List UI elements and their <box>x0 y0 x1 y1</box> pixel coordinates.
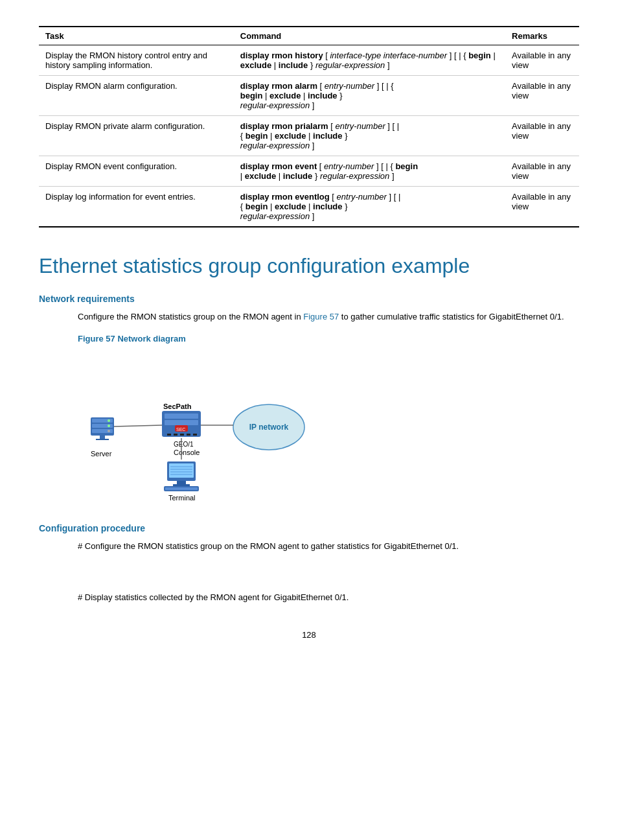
svg-rect-30 <box>165 487 198 490</box>
svg-rect-28 <box>173 484 190 486</box>
server-icon <box>91 417 114 440</box>
console-label: Console <box>174 449 200 456</box>
ip-network-icon: IP network <box>233 404 304 450</box>
figure-title: Figure 57 Network diagram <box>78 334 579 344</box>
secpath-icon: SEC <box>162 411 201 437</box>
network-requirements-body: Configure the RMON statistics group on t… <box>78 310 579 323</box>
remarks-cell: Available in any view <box>505 187 579 228</box>
command-cell: display rmon event [ entry-number ] [ | … <box>234 156 505 187</box>
config-step-1: # Configure the RMON statistics group on… <box>78 540 579 553</box>
page-number: 128 <box>39 630 579 640</box>
config-step-2: # Display statistics collected by the RM… <box>78 591 579 604</box>
network-requirements-section: Network requirements Configure the RMON … <box>39 294 579 504</box>
remarks-cell: Available in any view <box>505 116 579 156</box>
config-procedure-heading: Configuration procedure <box>39 523 579 533</box>
network-diagram: Server SEC SecPath <box>78 353 579 504</box>
table-header-command: Command <box>234 27 505 45</box>
task-cell: Display RMON private alarm configuration… <box>39 116 234 156</box>
body-text-after-link: to gather cumulative traffic statistics … <box>339 312 564 321</box>
task-cell: Display the RMON history control entry a… <box>39 45 234 76</box>
remarks-cell: Available in any view <box>505 156 579 187</box>
command-cell: display rmon eventlog [ entry-number ] [… <box>234 187 505 228</box>
command-cell: display rmon alarm [ entry-number ] [ | … <box>234 76 505 116</box>
geo-label: GEO/1 <box>174 441 194 448</box>
section-title: Ethernet statistics group configuration … <box>39 253 579 278</box>
table-row: Display RMON private alarm configuration… <box>39 116 579 156</box>
svg-text:SEC: SEC <box>176 427 185 432</box>
svg-point-5 <box>108 425 110 427</box>
svg-rect-22 <box>169 463 194 478</box>
task-cell: Display RMON event configuration. <box>39 156 234 187</box>
svg-text:IP network: IP network <box>249 423 289 432</box>
body-text-before-link: Configure the RMON statistics group on t… <box>78 312 303 321</box>
table-row: Display RMON alarm configuration. displa… <box>39 76 579 116</box>
remarks-cell: Available in any view <box>505 45 579 76</box>
commands-table: Task Command Remarks Display the RMON hi… <box>39 26 579 228</box>
svg-rect-18 <box>193 434 197 436</box>
command-cell: display rmon prialarm [ entry-number ] [… <box>234 116 505 156</box>
secpath-label: SecPath <box>163 402 192 410</box>
task-cell: Display RMON alarm configuration. <box>39 76 234 116</box>
table-row: Display the RMON history control entry a… <box>39 45 579 76</box>
svg-rect-14 <box>167 434 171 436</box>
table-row: Display log information for event entrie… <box>39 187 579 228</box>
svg-rect-10 <box>165 414 198 419</box>
terminal-icon <box>164 461 199 491</box>
figure-container: Figure 57 Network diagram Server <box>78 334 579 504</box>
table-row: Display RMON event configuration. displa… <box>39 156 579 187</box>
server-to-secpath-line <box>114 425 162 426</box>
terminal-label: Terminal <box>168 494 196 502</box>
svg-rect-16 <box>180 434 184 436</box>
svg-rect-8 <box>96 439 109 440</box>
table-header-task: Task <box>39 27 234 45</box>
svg-rect-15 <box>174 434 177 436</box>
task-cell: Display log information for event entrie… <box>39 187 234 228</box>
command-cell: display rmon history [ interface-type in… <box>234 45 505 76</box>
svg-point-4 <box>108 419 110 422</box>
svg-rect-27 <box>177 481 186 484</box>
table-header-remarks: Remarks <box>505 27 579 45</box>
config-procedure-section: Configuration procedure # Configure the … <box>39 523 579 604</box>
remarks-cell: Available in any view <box>505 76 579 116</box>
figure-link[interactable]: Figure 57 <box>303 312 339 321</box>
svg-rect-7 <box>100 436 105 439</box>
diagram-svg: Server SEC SecPath <box>78 353 324 502</box>
svg-rect-11 <box>165 420 198 425</box>
server-label: Server <box>91 450 112 458</box>
svg-rect-17 <box>187 434 190 436</box>
svg-point-6 <box>108 430 110 432</box>
network-requirements-heading: Network requirements <box>39 294 579 304</box>
